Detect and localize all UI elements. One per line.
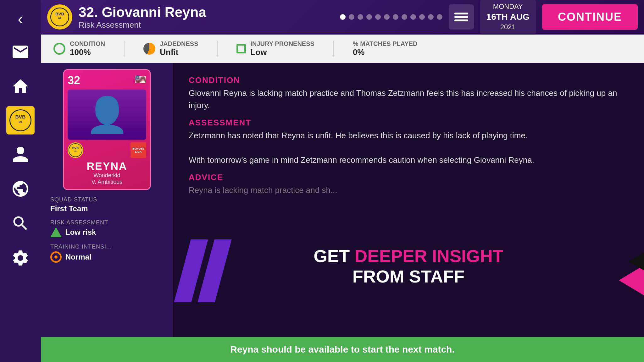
- risk-assessment-label: RISK ASSESSMENT: [50, 219, 164, 226]
- card-badges: BVB 09 BUNDESLIGA: [68, 142, 146, 158]
- card-flag: 🇺🇸: [135, 74, 146, 85]
- stat-divider-3: [333, 41, 334, 57]
- injury-icon: [236, 44, 246, 53]
- header-title-block: 32. Giovanni Reyna Risk Assessment: [79, 4, 334, 30]
- injury-value: Low: [250, 47, 314, 57]
- training-intensity-value: Normal: [65, 253, 92, 261]
- main-content-area: BVB 09 32. Giovanni Reyna Risk Assessmen…: [41, 0, 644, 362]
- dot-8[interactable]: [402, 14, 407, 20]
- stat-divider-1: [124, 41, 125, 57]
- body-area: 32 🇺🇸 👤 BVB 09 BUNDESLIGA REYNA: [41, 63, 644, 337]
- jadedness-icon: [143, 43, 155, 55]
- matches-value: 0%: [353, 47, 418, 57]
- date-day-month: 16TH AUG: [486, 11, 530, 23]
- dot-9[interactable]: [410, 14, 416, 20]
- assessment-section-body: Zetzmann has noted that Reyna is unfit. …: [189, 129, 628, 166]
- advice-section: ADVICE Reyna is lacking match practice a…: [189, 173, 628, 196]
- svg-text:BVB: BVB: [55, 12, 64, 16]
- header: BVB 09 32. Giovanni Reyna Risk Assessmen…: [41, 0, 644, 35]
- sidebar-icon-person[interactable]: [0, 137, 41, 172]
- dot-6[interactable]: [384, 14, 390, 20]
- dot-10[interactable]: [419, 14, 425, 20]
- squad-status-label: SQUAD STATUS: [50, 196, 164, 203]
- insight-overlay[interactable]: GET DEEPER INSIGHT FROM STAFF: [173, 227, 644, 305]
- advice-section-body: Reyna is lacking match practice and sh..…: [189, 184, 628, 196]
- right-panel: CONDITION Giovanni Reyna is lacking matc…: [173, 63, 644, 337]
- assessment-section-title: ASSESSMENT: [189, 118, 628, 128]
- risk-triangle-icon: [50, 227, 62, 237]
- insight-line1: GET DEEPER INSIGHT: [314, 246, 503, 266]
- insight-line2: FROM STAFF: [314, 266, 503, 287]
- dot-5[interactable]: [375, 14, 381, 20]
- jadedness-stat: JADEDNESS Unfit: [143, 40, 198, 57]
- condition-icon: [53, 43, 65, 55]
- condition-value: 100%: [70, 47, 105, 57]
- date-year: 2021: [486, 23, 530, 32]
- jadedness-value: Unfit: [160, 47, 198, 57]
- jadedness-label: JADEDNESS: [160, 40, 198, 47]
- sidebar-club-badge[interactable]: BVB 09: [6, 106, 35, 134]
- injury-label: INJURY PRONENESS: [250, 40, 314, 47]
- advice-section-title: ADVICE: [189, 173, 628, 182]
- svg-text:09: 09: [58, 17, 61, 20]
- pagination-dots: [340, 14, 442, 20]
- player-card: 32 🇺🇸 👤 BVB 09 BUNDESLIGA REYNA: [63, 69, 151, 190]
- condition-stat: CONDITION 100%: [53, 40, 105, 57]
- date-day-name: MONDAY: [486, 2, 530, 11]
- condition-section-title: CONDITION: [189, 75, 628, 85]
- left-panel: 32 🇺🇸 👤 BVB 09 BUNDESLIGA REYNA: [41, 63, 173, 337]
- dot-4[interactable]: [366, 14, 372, 20]
- svg-text:09: 09: [19, 120, 22, 123]
- sidebar-icon-mail[interactable]: [0, 35, 41, 69]
- condition-label: CONDITION: [70, 40, 105, 47]
- matches-label: % MATCHES PLAYED: [353, 40, 418, 47]
- dot-3[interactable]: [358, 14, 363, 20]
- condition-section: CONDITION Giovanni Reyna is lacking matc…: [189, 75, 628, 112]
- sidebar: ‹ BVB 09: [0, 0, 41, 362]
- assessment-section: ASSESSMENT Zetzmann has noted that Reyna…: [189, 118, 628, 166]
- card-descriptor1: Wonderkid: [68, 172, 146, 179]
- svg-text:09: 09: [75, 150, 77, 152]
- risk-row: Low risk: [50, 227, 164, 237]
- training-intensity-label: TRAINING INTENSI...: [50, 244, 164, 250]
- sidebar-icon-home[interactable]: [0, 69, 41, 104]
- risk-assessment-value: Low risk: [65, 228, 96, 237]
- page-subtitle: Risk Assessment: [79, 20, 334, 30]
- squad-status-block: SQUAD STATUS First Team: [47, 196, 167, 213]
- insight-deeper: DEEPER INSIGHT: [355, 246, 503, 266]
- back-button[interactable]: ‹: [0, 3, 41, 35]
- injury-stat: INJURY PRONENESS Low: [236, 40, 314, 57]
- matches-stat: % MATCHES PLAYED 0%: [353, 40, 418, 57]
- stat-divider-2: [217, 41, 218, 57]
- sidebar-icon-search[interactable]: [0, 206, 41, 241]
- dot-12[interactable]: [437, 14, 442, 20]
- continue-button[interactable]: CONTINUE: [542, 4, 638, 30]
- dot-7[interactable]: [393, 14, 398, 20]
- stats-row: CONDITION 100% JADEDNESS Unfit INJURY PR…: [41, 35, 644, 63]
- card-badge-league: BUNDESLIGA: [130, 142, 146, 158]
- slash-decoration: [182, 239, 223, 302]
- card-photo: 👤: [68, 90, 146, 140]
- menu-button[interactable]: [449, 4, 474, 30]
- card-descriptor2: V. Ambitious: [68, 179, 146, 185]
- header-club-badge: BVB 09: [47, 4, 72, 30]
- bottom-banner-text: Reyna should be available to start the n…: [230, 344, 455, 355]
- dot-2[interactable]: [349, 14, 354, 20]
- sidebar-icon-globe[interactable]: [0, 172, 41, 206]
- player-name-header: 32. Giovanni Reyna: [79, 4, 334, 20]
- training-intensity-block: TRAINING INTENSI... Normal: [47, 244, 167, 263]
- card-player-name: REYNA: [68, 160, 146, 172]
- svg-text:BVB: BVB: [15, 114, 26, 119]
- svg-text:BVB: BVB: [72, 146, 79, 150]
- right-decoration: [597, 243, 644, 305]
- dot-1[interactable]: [340, 14, 346, 20]
- date-display: MONDAY 16TH AUG 2021: [480, 0, 536, 35]
- insight-text-block: GET DEEPER INSIGHT FROM STAFF: [314, 246, 503, 287]
- sidebar-icon-settings[interactable]: [0, 241, 41, 275]
- risk-assessment-block: RISK ASSESSMENT Low risk: [47, 219, 167, 237]
- training-intensity-icon: [50, 251, 62, 263]
- squad-status-value: First Team: [50, 204, 164, 213]
- dot-11[interactable]: [428, 14, 434, 20]
- bottom-banner: Reyna should be available to start the n…: [41, 337, 644, 362]
- card-badge-bvb: BVB 09: [68, 142, 83, 158]
